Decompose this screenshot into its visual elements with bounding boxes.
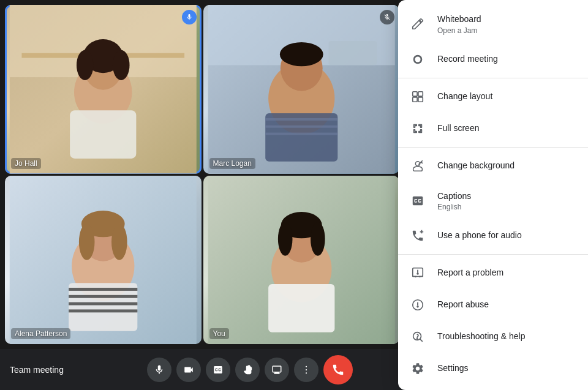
svg-rect-16 bbox=[265, 118, 337, 121]
captions-sublabel: English bbox=[437, 203, 471, 211]
settings-label: Settings bbox=[437, 362, 469, 375]
svg-rect-18 bbox=[265, 133, 337, 135]
cc-icon bbox=[410, 193, 425, 208]
phone-audio-text: Use a phone for audio bbox=[437, 230, 522, 242]
menu-item-report-abuse[interactable]: Report abuse bbox=[398, 289, 588, 321]
menu-item-fullscreen[interactable]: Full screen bbox=[398, 113, 588, 144]
svg-rect-26 bbox=[69, 288, 137, 291]
present-button[interactable] bbox=[265, 358, 289, 382]
svg-point-39 bbox=[306, 372, 307, 373]
background-text: Change background bbox=[437, 160, 514, 172]
svg-point-51 bbox=[417, 339, 417, 339]
video-tile-alena-patterson: Alena Patterson bbox=[5, 176, 202, 345]
mic-active-indicator bbox=[182, 10, 197, 24]
more-options-button[interactable] bbox=[294, 358, 318, 382]
fullscreen-icon bbox=[410, 121, 425, 136]
report-abuse-label: Report abuse bbox=[437, 299, 489, 311]
record-text: Record meeting bbox=[437, 53, 498, 66]
svg-point-47 bbox=[417, 273, 418, 274]
svg-point-35 bbox=[311, 222, 325, 255]
whiteboard-sublabel: Open a Jam bbox=[437, 26, 481, 35]
menu-item-whiteboard[interactable]: Whiteboard Open a Jam bbox=[398, 5, 588, 43]
svg-rect-28 bbox=[69, 302, 137, 305]
layout-text: Change layout bbox=[437, 91, 492, 103]
phone-audio-icon bbox=[410, 228, 425, 243]
participant-label: Jo Hall bbox=[11, 158, 41, 169]
help-icon bbox=[410, 329, 425, 344]
svg-rect-43 bbox=[418, 91, 423, 96]
svg-rect-27 bbox=[69, 294, 137, 298]
fullscreen-text: Full screen bbox=[437, 122, 479, 135]
camera-button[interactable] bbox=[176, 358, 201, 382]
report-problem-text: Report a problem bbox=[437, 267, 503, 279]
svg-point-41 bbox=[415, 56, 420, 62]
captions-button[interactable] bbox=[206, 358, 230, 382]
svg-point-14 bbox=[279, 42, 323, 66]
record-icon bbox=[410, 52, 425, 67]
report-abuse-icon bbox=[410, 298, 425, 312]
help-text: Troubleshooting & help bbox=[437, 331, 525, 343]
meeting-title-label: Team meeting bbox=[10, 365, 64, 375]
mic-muted-indicator bbox=[380, 10, 394, 24]
menu-item-layout[interactable]: Change layout bbox=[398, 81, 588, 113]
svg-rect-36 bbox=[268, 284, 334, 332]
settings-icon bbox=[410, 361, 425, 376]
menu-item-captions[interactable]: Captions English bbox=[398, 182, 588, 220]
report-problem-icon bbox=[410, 266, 425, 280]
menu-item-record[interactable]: Record meeting bbox=[398, 43, 588, 75]
menu-item-background[interactable]: Change background bbox=[398, 150, 588, 182]
whiteboard-label: Whiteboard bbox=[437, 13, 481, 26]
captions-text: Captions English bbox=[437, 190, 471, 212]
svg-rect-44 bbox=[413, 97, 417, 102]
svg-point-7 bbox=[113, 50, 130, 80]
menu-divider-2 bbox=[398, 147, 588, 148]
video-tile-jo-hall: Jo Hall bbox=[5, 5, 202, 174]
phone-audio-label: Use a phone for audio bbox=[437, 230, 522, 242]
whiteboard-icon bbox=[410, 17, 425, 31]
participant-label: Alena Patterson bbox=[11, 328, 70, 339]
svg-rect-45 bbox=[418, 97, 423, 102]
record-label: Record meeting bbox=[437, 53, 498, 66]
svg-point-37 bbox=[306, 366, 307, 367]
svg-rect-29 bbox=[69, 309, 137, 312]
settings-text: Settings bbox=[437, 362, 469, 375]
menu-divider-3 bbox=[398, 254, 588, 255]
layout-icon bbox=[410, 89, 425, 104]
svg-point-6 bbox=[77, 50, 94, 80]
svg-rect-17 bbox=[265, 126, 337, 128]
svg-rect-42 bbox=[413, 91, 417, 96]
menu-item-phone-audio[interactable]: Use a phone for audio bbox=[398, 220, 588, 252]
svg-rect-11 bbox=[328, 41, 377, 65]
svg-point-49 bbox=[417, 306, 418, 307]
captions-label: Captions bbox=[437, 190, 471, 203]
whiteboard-text: Whiteboard Open a Jam bbox=[437, 13, 481, 35]
report-abuse-text: Report abuse bbox=[437, 299, 489, 311]
bottom-toolbar: Team meeting bbox=[0, 349, 404, 390]
menu-item-settings[interactable]: Settings bbox=[398, 353, 588, 384]
participant-label: You bbox=[209, 328, 229, 339]
dropdown-menu: Whiteboard Open a Jam Record meeting bbox=[398, 0, 588, 390]
participant-label: Marc Logan bbox=[209, 158, 255, 169]
svg-point-23 bbox=[79, 223, 95, 260]
fullscreen-label: Full screen bbox=[437, 122, 479, 135]
video-tile-self: You bbox=[203, 176, 400, 345]
report-problem-label: Report a problem bbox=[437, 267, 503, 279]
svg-point-38 bbox=[306, 369, 307, 370]
svg-point-34 bbox=[277, 222, 292, 255]
menu-item-report-problem[interactable]: Report a problem bbox=[398, 257, 588, 289]
menu-item-help[interactable]: Troubleshooting & help bbox=[398, 321, 588, 353]
background-label: Change background bbox=[437, 160, 514, 172]
toolbar-button-group bbox=[147, 355, 353, 384]
end-call-button[interactable] bbox=[323, 355, 353, 384]
raise-hand-button[interactable] bbox=[235, 358, 260, 382]
svg-rect-8 bbox=[70, 110, 136, 159]
video-grid: Jo Hall bbox=[0, 0, 404, 349]
video-tile-marc-logan: Marc Logan bbox=[203, 5, 400, 174]
mic-button[interactable] bbox=[147, 358, 172, 382]
layout-label: Change layout bbox=[437, 91, 492, 103]
help-label: Troubleshooting & help bbox=[437, 331, 525, 343]
background-icon bbox=[410, 159, 425, 173]
svg-point-24 bbox=[111, 223, 127, 260]
menu-divider-1 bbox=[398, 78, 588, 78]
